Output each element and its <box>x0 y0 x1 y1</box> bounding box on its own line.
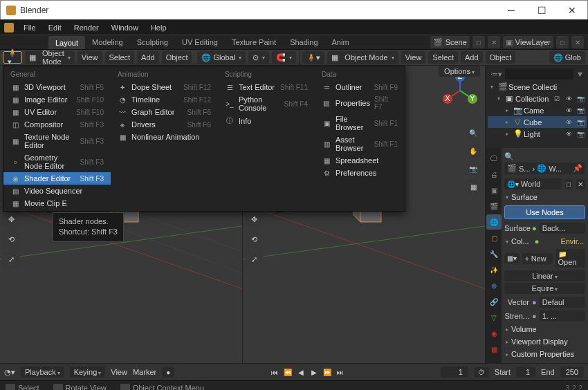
visibility-toggle[interactable]: 👁 <box>564 131 573 138</box>
timeline-type-icon[interactable]: ◔▾ <box>4 368 15 377</box>
keyframe-next[interactable]: ⏩ <box>321 366 333 378</box>
tab-shading[interactable]: Shading <box>283 35 324 49</box>
linear-dropdown[interactable]: Linear <box>504 270 585 281</box>
tab-physics[interactable]: ⊚ <box>486 278 502 293</box>
scene-new[interactable]: □ <box>472 36 485 48</box>
pivot-dropdown[interactable]: ⊙ <box>248 51 269 64</box>
menu-item-python-console[interactable]: >_Python ConsoleShift F4 <box>218 93 315 114</box>
tab-render[interactable]: 🖵 <box>486 151 502 166</box>
options-dropdown[interactable]: Options <box>439 66 480 77</box>
outliner-type-icon[interactable]: ≔▾ <box>490 70 502 79</box>
menu-item-preferences[interactable]: ⚙Preferences <box>315 167 405 179</box>
menu-view-2[interactable]: View <box>401 51 426 64</box>
current-frame[interactable]: 1 <box>441 366 468 378</box>
menu-item-shader-editor[interactable]: ◉Shader EditorShift F3 <box>3 172 111 185</box>
tab-uv[interactable]: UV Editing <box>175 35 225 49</box>
outliner-search[interactable] <box>505 68 573 80</box>
strength-field[interactable]: 1. ... <box>540 310 585 322</box>
viewlayer-del[interactable]: ✕ <box>571 36 584 48</box>
editor-type-button[interactable]: 🧍▾ <box>3 51 22 64</box>
tab-output[interactable]: 🖨 <box>486 167 502 182</box>
menu-item-texture-node-editor[interactable]: ▦Texture Node EditorShift F3 <box>3 131 111 151</box>
surface-dropdown[interactable]: Back... <box>540 223 585 234</box>
color-header[interactable]: Col...●Envir... <box>504 235 585 248</box>
render-toggle[interactable]: 📷 <box>576 95 585 102</box>
menu-edit[interactable]: Edit <box>43 22 67 33</box>
tab-constraints[interactable]: 🔗 <box>486 294 502 309</box>
tab-particles[interactable]: ✨ <box>486 262 502 277</box>
minimize-button[interactable]: ─ <box>496 1 526 20</box>
tab-layout[interactable]: Layout <box>48 36 85 49</box>
custom-props-header[interactable]: Custom Properties <box>504 348 585 360</box>
outliner-filter[interactable]: ▼ <box>576 70 584 78</box>
menu-item-movie-clip-e[interactable]: ▦Movie Clip E <box>3 197 111 210</box>
rotate-tool[interactable]: ⟲ <box>2 230 20 248</box>
menu-item-nonlinear-animation[interactable]: ▦Nonlinear Animation <box>111 131 218 143</box>
menu-item-uv-editor[interactable]: ▦UV EditorShift F10 <box>3 106 111 118</box>
clock-icon[interactable]: ⏱ <box>474 367 489 378</box>
projection-dropdown[interactable]: Equire <box>504 283 585 294</box>
menu-file[interactable]: File <box>18 22 42 33</box>
vector-field[interactable]: Defaul <box>540 297 585 308</box>
tab-texturepaint[interactable]: Texture Paint <box>225 35 283 49</box>
perspective-button[interactable]: ▦ <box>466 179 481 194</box>
menu-object[interactable]: Object <box>162 51 192 64</box>
breadcrumb[interactable]: 🎬S... › 🌐W... 📌 <box>504 162 585 174</box>
pin-icon[interactable]: 📌 <box>573 164 582 173</box>
move-tool[interactable]: ✥ <box>2 210 20 228</box>
menu-item-timeline[interactable]: ◔TimelineShift F12 <box>111 93 218 106</box>
visibility-toggle[interactable]: 👁 <box>564 107 573 114</box>
pan-button[interactable]: ✋ <box>466 143 481 158</box>
orientation-dropdown[interactable]: 🌐 Global <box>197 51 246 64</box>
menu-item-graph-editor[interactable]: 〰Graph EditorShift F6 <box>111 106 218 118</box>
menu-view[interactable]: View <box>77 51 102 64</box>
viewlayer-new[interactable]: □ <box>556 36 569 48</box>
new-button[interactable]: + New <box>522 253 553 264</box>
tab-modifiers[interactable]: 🔧 <box>486 246 502 261</box>
menu-window[interactable]: Window <box>106 22 144 33</box>
jump-end[interactable]: ⏭ <box>334 366 347 378</box>
outliner-item-came[interactable]: ▸📷Came👁📷 <box>488 104 587 116</box>
view-menu[interactable]: View <box>111 368 127 376</box>
tab-world[interactable]: 🌐 <box>486 214 502 230</box>
tab-scene[interactable]: 🎬 <box>486 198 502 214</box>
rotate-tool[interactable]: ⟲ <box>245 230 263 248</box>
scale-tool[interactable]: ⤢ <box>245 250 263 268</box>
tab-texture[interactable]: ▦ <box>486 342 502 357</box>
viewport-display-header[interactable]: Viewport Display <box>504 335 585 348</box>
menu-item-asset-browser[interactable]: ▥Asset BrowserShift F1 <box>315 133 405 154</box>
exclude-toggle[interactable]: ☑ <box>552 95 562 102</box>
menu-item-geometry-node-editor[interactable]: ○Geometry Node EditorShift F3 <box>3 151 111 172</box>
viewlayer-selector[interactable]: ▣ ViewLayer <box>503 36 553 48</box>
render-toggle[interactable]: 📷 <box>576 107 585 114</box>
world-del[interactable]: ✕ <box>576 179 585 189</box>
tab-sculpting[interactable]: Sculpting <box>130 35 175 49</box>
tab-material[interactable]: ◉ <box>486 326 502 341</box>
play-reverse[interactable]: ◀ <box>295 366 307 378</box>
render-toggle[interactable]: 📷 <box>576 119 585 126</box>
outliner-item-light[interactable]: ▸💡Light👁📷 <box>488 128 587 140</box>
menu-object-2[interactable]: Object <box>486 51 516 64</box>
menu-item-dope-sheet[interactable]: ✦Dope SheetShift F12 <box>111 81 218 93</box>
tab-data[interactable]: ▽ <box>486 310 502 325</box>
menu-add[interactable]: Add <box>137 51 159 64</box>
keying-menu[interactable]: Keying <box>70 366 106 378</box>
scene-selector[interactable]: 🎬 Scene <box>430 36 470 48</box>
surface-header[interactable]: Surface <box>504 191 585 203</box>
menu-item-properties[interactable]: ▤PropertiesShift F7 <box>315 93 405 113</box>
render-toggle[interactable]: 📷 <box>576 131 585 138</box>
jump-start[interactable]: ⏮ <box>268 366 281 378</box>
volume-header[interactable]: Volume <box>504 323 585 335</box>
menu-item-text-editor[interactable]: ☰Text EditorShift F11 <box>218 81 315 93</box>
menu-help[interactable]: Help <box>145 22 172 33</box>
menu-item-spreadsheet[interactable]: ▦Spreadsheet <box>315 154 405 167</box>
tab-object[interactable]: ▢ <box>486 230 502 245</box>
start-frame[interactable]: 1 <box>516 366 535 378</box>
menu-item-file-browser[interactable]: ▣File BrowserShift F1 <box>315 113 405 133</box>
menu-add-2[interactable]: Add <box>461 51 483 64</box>
maximize-button[interactable]: ☐ <box>526 1 557 20</box>
menu-item-outliner[interactable]: ≔OutlinerShift F9 <box>315 81 405 93</box>
editor-type-button-2[interactable]: 🧍▾ <box>302 51 324 64</box>
visibility-toggle[interactable]: 👁 <box>564 95 573 102</box>
scene-del[interactable]: ✕ <box>488 36 500 48</box>
